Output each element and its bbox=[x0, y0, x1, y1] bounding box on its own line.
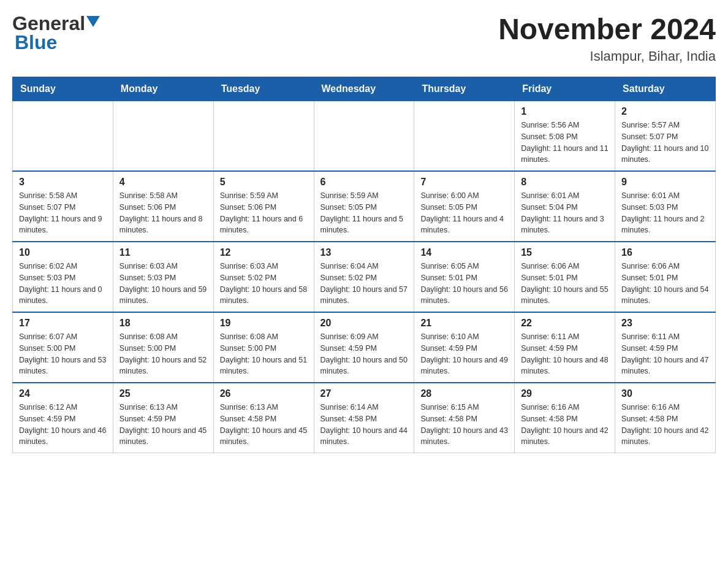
day-info: Sunrise: 5:58 AMSunset: 5:06 PMDaylight:… bbox=[119, 190, 207, 236]
header-wednesday: Wednesday bbox=[314, 77, 414, 101]
location-title: Islampur, Bihar, India bbox=[498, 48, 716, 64]
page-header: General Blue November 2024 Islampur, Bih… bbox=[12, 12, 716, 64]
day-info: Sunrise: 6:04 AMSunset: 5:02 PMDaylight:… bbox=[320, 261, 408, 307]
day-info: Sunrise: 6:11 AMSunset: 4:59 PMDaylight:… bbox=[621, 331, 709, 377]
table-row: 12Sunrise: 6:03 AMSunset: 5:02 PMDayligh… bbox=[213, 242, 314, 312]
header-tuesday: Tuesday bbox=[213, 77, 314, 101]
day-info: Sunrise: 6:14 AMSunset: 4:58 PMDaylight:… bbox=[320, 402, 408, 448]
day-number: 13 bbox=[320, 247, 408, 258]
table-row: 28Sunrise: 6:15 AMSunset: 4:58 PMDayligh… bbox=[414, 383, 515, 453]
day-info: Sunrise: 6:02 AMSunset: 5:03 PMDaylight:… bbox=[19, 261, 107, 307]
table-row: 7Sunrise: 6:00 AMSunset: 5:05 PMDaylight… bbox=[414, 171, 515, 242]
calendar-week-row: 10Sunrise: 6:02 AMSunset: 5:03 PMDayligh… bbox=[13, 242, 716, 312]
day-number: 4 bbox=[119, 177, 207, 188]
day-info: Sunrise: 6:16 AMSunset: 4:58 PMDaylight:… bbox=[621, 402, 709, 448]
day-number: 25 bbox=[119, 388, 207, 399]
table-row: 10Sunrise: 6:02 AMSunset: 5:03 PMDayligh… bbox=[13, 242, 113, 312]
day-number: 28 bbox=[420, 388, 508, 399]
day-info: Sunrise: 6:03 AMSunset: 5:03 PMDaylight:… bbox=[119, 261, 207, 307]
day-info: Sunrise: 6:01 AMSunset: 5:03 PMDaylight:… bbox=[621, 190, 709, 236]
table-row: 2Sunrise: 5:57 AMSunset: 5:07 PMDaylight… bbox=[615, 101, 716, 172]
day-number: 9 bbox=[621, 177, 709, 188]
calendar-week-row: 3Sunrise: 5:58 AMSunset: 5:07 PMDaylight… bbox=[13, 171, 716, 242]
table-row: 8Sunrise: 6:01 AMSunset: 5:04 PMDaylight… bbox=[515, 171, 615, 242]
day-number: 24 bbox=[19, 388, 107, 399]
day-info: Sunrise: 6:11 AMSunset: 4:59 PMDaylight:… bbox=[521, 331, 609, 377]
table-row: 15Sunrise: 6:06 AMSunset: 5:01 PMDayligh… bbox=[515, 242, 615, 312]
header-friday: Friday bbox=[515, 77, 615, 101]
logo: General Blue bbox=[12, 12, 100, 54]
calendar-week-row: 17Sunrise: 6:07 AMSunset: 5:00 PMDayligh… bbox=[13, 312, 716, 383]
day-info: Sunrise: 6:09 AMSunset: 4:59 PMDaylight:… bbox=[320, 331, 408, 377]
day-number: 5 bbox=[220, 177, 308, 188]
day-number: 15 bbox=[521, 247, 609, 258]
table-row: 27Sunrise: 6:14 AMSunset: 4:58 PMDayligh… bbox=[314, 383, 414, 453]
table-row: 4Sunrise: 5:58 AMSunset: 5:06 PMDaylight… bbox=[113, 171, 213, 242]
day-info: Sunrise: 6:13 AMSunset: 4:59 PMDaylight:… bbox=[119, 402, 207, 448]
table-row bbox=[13, 101, 113, 172]
table-row: 21Sunrise: 6:10 AMSunset: 4:59 PMDayligh… bbox=[414, 312, 515, 383]
day-info: Sunrise: 6:12 AMSunset: 4:59 PMDaylight:… bbox=[19, 402, 107, 448]
table-row: 16Sunrise: 6:06 AMSunset: 5:01 PMDayligh… bbox=[615, 242, 716, 312]
day-number: 16 bbox=[621, 247, 709, 258]
day-number: 12 bbox=[220, 247, 308, 258]
table-row: 25Sunrise: 6:13 AMSunset: 4:59 PMDayligh… bbox=[113, 383, 213, 453]
day-number: 22 bbox=[521, 318, 609, 329]
day-number: 27 bbox=[320, 388, 408, 399]
day-info: Sunrise: 6:06 AMSunset: 5:01 PMDaylight:… bbox=[521, 261, 609, 307]
table-row: 22Sunrise: 6:11 AMSunset: 4:59 PMDayligh… bbox=[515, 312, 615, 383]
day-info: Sunrise: 6:01 AMSunset: 5:04 PMDaylight:… bbox=[521, 190, 609, 236]
day-number: 6 bbox=[320, 177, 408, 188]
calendar-week-row: 24Sunrise: 6:12 AMSunset: 4:59 PMDayligh… bbox=[13, 383, 716, 453]
day-info: Sunrise: 6:10 AMSunset: 4:59 PMDaylight:… bbox=[420, 331, 508, 377]
table-row: 9Sunrise: 6:01 AMSunset: 5:03 PMDaylight… bbox=[615, 171, 716, 242]
day-number: 3 bbox=[19, 177, 107, 188]
day-info: Sunrise: 5:57 AMSunset: 5:07 PMDaylight:… bbox=[621, 120, 709, 166]
table-row: 13Sunrise: 6:04 AMSunset: 5:02 PMDayligh… bbox=[314, 242, 414, 312]
day-info: Sunrise: 6:15 AMSunset: 4:58 PMDaylight:… bbox=[420, 402, 508, 448]
table-row: 19Sunrise: 6:08 AMSunset: 5:00 PMDayligh… bbox=[213, 312, 314, 383]
day-number: 2 bbox=[621, 106, 709, 117]
day-info: Sunrise: 6:06 AMSunset: 5:01 PMDaylight:… bbox=[621, 261, 709, 307]
day-info: Sunrise: 6:13 AMSunset: 4:58 PMDaylight:… bbox=[220, 402, 308, 448]
logo-triangle-icon bbox=[86, 16, 100, 29]
day-number: 19 bbox=[220, 318, 308, 329]
table-row: 6Sunrise: 5:59 AMSunset: 5:05 PMDaylight… bbox=[314, 171, 414, 242]
calendar-header-row: Sunday Monday Tuesday Wednesday Thursday… bbox=[13, 77, 716, 101]
table-row bbox=[314, 101, 414, 172]
header-saturday: Saturday bbox=[615, 77, 716, 101]
table-row: 3Sunrise: 5:58 AMSunset: 5:07 PMDaylight… bbox=[13, 171, 113, 242]
day-info: Sunrise: 6:08 AMSunset: 5:00 PMDaylight:… bbox=[119, 331, 207, 377]
day-number: 20 bbox=[320, 318, 408, 329]
day-info: Sunrise: 5:56 AMSunset: 5:08 PMDaylight:… bbox=[521, 120, 609, 166]
calendar-table: Sunday Monday Tuesday Wednesday Thursday… bbox=[12, 77, 716, 453]
calendar-week-row: 1Sunrise: 5:56 AMSunset: 5:08 PMDaylight… bbox=[13, 101, 716, 172]
day-number: 14 bbox=[420, 247, 508, 258]
day-number: 21 bbox=[420, 318, 508, 329]
header-sunday: Sunday bbox=[13, 77, 113, 101]
table-row: 11Sunrise: 6:03 AMSunset: 5:03 PMDayligh… bbox=[113, 242, 213, 312]
day-number: 29 bbox=[521, 388, 609, 399]
day-number: 17 bbox=[19, 318, 107, 329]
day-info: Sunrise: 6:05 AMSunset: 5:01 PMDaylight:… bbox=[420, 261, 508, 307]
day-info: Sunrise: 6:03 AMSunset: 5:02 PMDaylight:… bbox=[220, 261, 308, 307]
day-number: 1 bbox=[521, 106, 609, 117]
day-number: 8 bbox=[521, 177, 609, 188]
day-info: Sunrise: 5:58 AMSunset: 5:07 PMDaylight:… bbox=[19, 190, 107, 236]
header-monday: Monday bbox=[113, 77, 213, 101]
table-row: 1Sunrise: 5:56 AMSunset: 5:08 PMDaylight… bbox=[515, 101, 615, 172]
table-row: 14Sunrise: 6:05 AMSunset: 5:01 PMDayligh… bbox=[414, 242, 515, 312]
table-row: 29Sunrise: 6:16 AMSunset: 4:58 PMDayligh… bbox=[515, 383, 615, 453]
table-row: 18Sunrise: 6:08 AMSunset: 5:00 PMDayligh… bbox=[113, 312, 213, 383]
day-info: Sunrise: 5:59 AMSunset: 5:06 PMDaylight:… bbox=[220, 190, 308, 236]
day-number: 26 bbox=[220, 388, 308, 399]
day-info: Sunrise: 6:16 AMSunset: 4:58 PMDaylight:… bbox=[521, 402, 609, 448]
table-row: 24Sunrise: 6:12 AMSunset: 4:59 PMDayligh… bbox=[13, 383, 113, 453]
month-title: November 2024 bbox=[498, 12, 716, 46]
logo-blue: Blue bbox=[15, 31, 57, 53]
table-row: 5Sunrise: 5:59 AMSunset: 5:06 PMDaylight… bbox=[213, 171, 314, 242]
table-row: 17Sunrise: 6:07 AMSunset: 5:00 PMDayligh… bbox=[13, 312, 113, 383]
table-row bbox=[213, 101, 314, 172]
day-number: 30 bbox=[621, 388, 709, 399]
day-info: Sunrise: 6:08 AMSunset: 5:00 PMDaylight:… bbox=[220, 331, 308, 377]
